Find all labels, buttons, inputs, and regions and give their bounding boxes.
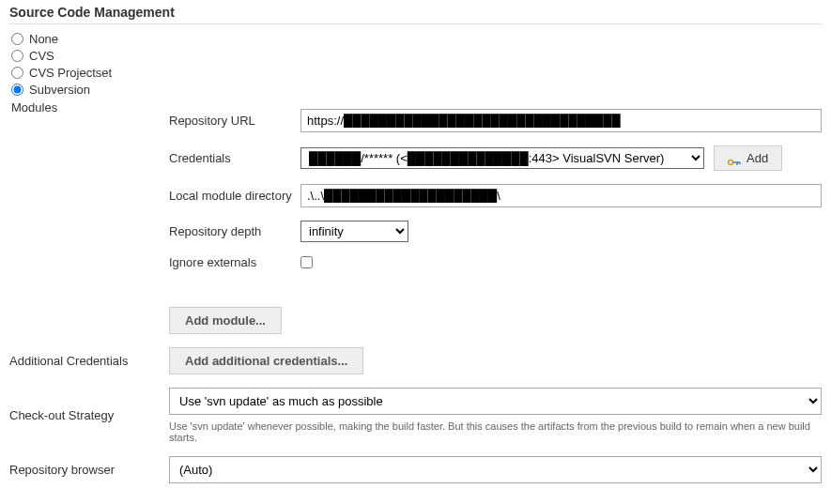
lower-section: Add module... Additional Credentials Add… xyxy=(9,307,822,483)
repository-browser-label: Repository browser xyxy=(9,463,169,477)
additional-credentials-label: Additional Credentials xyxy=(9,354,169,368)
add-module-button[interactable]: Add module... xyxy=(169,307,282,334)
checkout-strategy-row: Check-out Strategy Use 'svn update' as m… xyxy=(9,388,822,443)
radio-label-subversion: Subversion xyxy=(29,83,90,97)
ignore-externals-label: Ignore externals xyxy=(169,255,300,269)
additional-credentials-row: Additional Credentials Add additional cr… xyxy=(9,347,822,374)
repository-depth-select[interactable]: infinity xyxy=(300,221,408,242)
repository-depth-label: Repository depth xyxy=(169,224,300,238)
radio-none[interactable] xyxy=(11,33,23,45)
key-icon xyxy=(728,155,741,162)
add-credential-label: Add xyxy=(746,151,768,165)
section-title: Source Code Management xyxy=(9,5,822,24)
local-module-dir-input[interactable] xyxy=(300,184,822,207)
repository-url-input[interactable] xyxy=(300,109,822,132)
radio-subversion[interactable] xyxy=(11,84,23,96)
radio-label-cvs-projectset: CVS Projectset xyxy=(29,66,112,80)
credentials-label: Credentials xyxy=(169,151,300,165)
checkout-strategy-select[interactable]: Use 'svn update' as much as possible xyxy=(169,388,822,415)
svg-point-0 xyxy=(729,160,733,164)
scm-radio-group: None CVS CVS Projectset Subversion xyxy=(11,32,822,97)
add-module-row: Add module... xyxy=(9,307,822,334)
scm-option-cvs[interactable]: CVS xyxy=(11,49,822,63)
scm-option-none[interactable]: None xyxy=(11,32,822,46)
repository-url-row: Repository URL xyxy=(169,109,822,132)
local-module-dir-label: Local module directory xyxy=(169,189,300,203)
credentials-select[interactable]: ██████/****** (<██████████████:443> Visu… xyxy=(300,147,704,169)
local-module-dir-row: Local module directory xyxy=(169,184,822,207)
radio-label-none: None xyxy=(29,32,58,46)
modules-form: Repository URL Credentials ██████/******… xyxy=(169,109,822,269)
credentials-row: Credentials ██████/****** (<████████████… xyxy=(169,145,822,171)
scm-option-subversion[interactable]: Subversion xyxy=(11,83,822,97)
radio-label-cvs: CVS xyxy=(29,49,54,63)
scm-option-cvs-projectset[interactable]: CVS Projectset xyxy=(11,66,822,80)
radio-cvs[interactable] xyxy=(11,50,23,62)
checkout-strategy-help: Use 'svn update' whenever possible, maki… xyxy=(169,420,822,443)
repository-url-label: Repository URL xyxy=(169,114,300,128)
repository-browser-row: Repository browser (Auto) xyxy=(9,456,822,483)
checkout-strategy-label: Check-out Strategy xyxy=(9,408,169,422)
add-additional-credentials-button[interactable]: Add additional credentials... xyxy=(169,347,363,374)
radio-cvs-projectset[interactable] xyxy=(11,67,23,79)
ignore-externals-row: Ignore externals xyxy=(169,255,822,269)
repository-depth-row: Repository depth infinity xyxy=(169,221,822,242)
repository-browser-select[interactable]: (Auto) xyxy=(169,456,822,483)
add-credential-button[interactable]: Add xyxy=(714,145,782,171)
ignore-externals-checkbox[interactable] xyxy=(300,256,313,268)
